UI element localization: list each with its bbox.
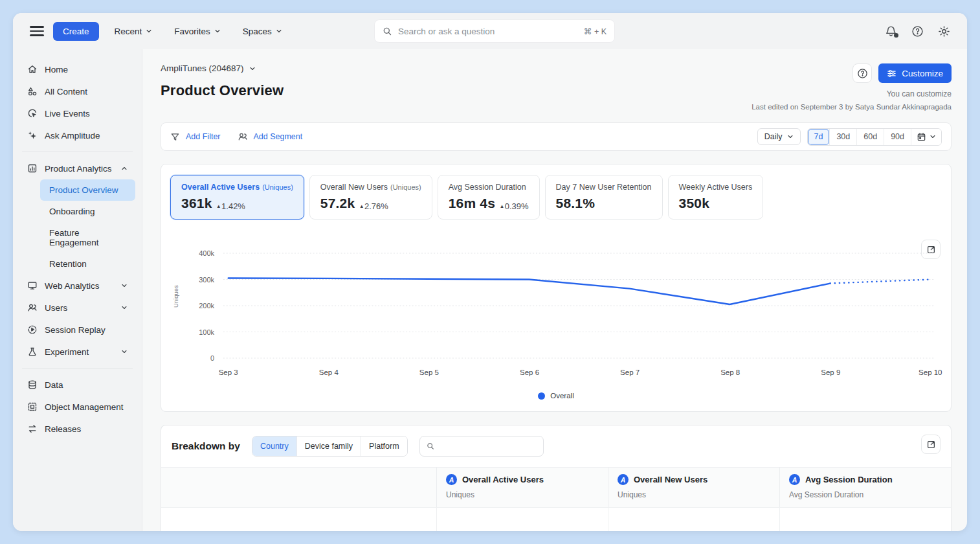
granularity-select[interactable]: Daily xyxy=(757,128,801,145)
breakdown-table: AOverall Active Users Uniques AOverall N… xyxy=(161,467,951,531)
tab-device-family[interactable]: Device family xyxy=(296,436,361,456)
sidebar: Home All Content Live Events Ask Amplitu… xyxy=(13,49,142,531)
sliders-icon xyxy=(887,69,896,78)
line-chart: Uniques 400k 300k 200k 100k 0 Sep 3 Sep … xyxy=(192,248,935,383)
column-overall-active-users[interactable]: AOverall Active Users Uniques xyxy=(436,468,608,507)
range-7d-button[interactable]: 7d xyxy=(808,129,830,145)
bar-chart-icon xyxy=(27,163,38,174)
column-avg-session-duration[interactable]: AAvg Session Duration Avg Session Durati… xyxy=(779,468,951,507)
breakdown-tabs: Country Device family Platform xyxy=(252,436,408,457)
search-icon xyxy=(427,442,434,451)
metric-card-weekly-active-users[interactable]: Weekly Active Users 350k xyxy=(668,175,764,220)
sidebar-item-object-management[interactable]: Object Management xyxy=(19,396,135,418)
metric-value: 361k xyxy=(181,196,212,211)
chart-plot-area[interactable] xyxy=(223,248,935,365)
range-60d-button[interactable]: 60d xyxy=(856,129,884,145)
chart-svg xyxy=(223,248,935,365)
sidebar-item-label: Product Analytics xyxy=(45,164,112,174)
add-segment-button[interactable]: Add Segment xyxy=(238,131,303,142)
calendar-button[interactable] xyxy=(911,129,941,145)
spaces-menu[interactable]: Spaces xyxy=(236,21,289,41)
sidebar-item-label: Data xyxy=(45,380,63,390)
sidebar-item-label: Web Analytics xyxy=(45,281,100,291)
tab-platform[interactable]: Platform xyxy=(361,436,407,456)
sidebar-item-label: All Content xyxy=(45,87,87,96)
sidebar-item-onboarding[interactable]: Onboarding xyxy=(40,201,135,222)
range-90d-button[interactable]: 90d xyxy=(884,129,911,145)
column-overall-new-users[interactable]: AOverall New Users Uniques xyxy=(608,468,779,507)
global-search[interactable]: ⌘ + K xyxy=(374,19,615,43)
add-filter-button[interactable]: Add Filter xyxy=(170,132,221,142)
column-subtitle: Uniques xyxy=(446,490,599,499)
metric-card-overall-new-users[interactable]: Overall New Users(Uniques) 57.2k ▴2.76% xyxy=(309,175,432,220)
metric-value: 57.2k xyxy=(320,196,355,211)
project-selector[interactable]: AmpliTunes (204687) xyxy=(161,63,284,73)
breakdown-search[interactable] xyxy=(419,436,544,457)
range-30d-button[interactable]: 30d xyxy=(829,129,856,145)
page-title: Product Overview xyxy=(161,82,284,99)
date-range-group: 7d 30d 60d 90d xyxy=(807,128,942,146)
sidebar-item-releases[interactable]: Releases xyxy=(19,418,135,440)
chevron-down-icon xyxy=(121,348,128,355)
sidebar-item-label: Ask Amplitude xyxy=(45,131,100,141)
customize-note: You can customize xyxy=(752,89,952,98)
breakdown-card: Breakdown by Country Device family Platf… xyxy=(161,425,952,531)
sidebar-item-experiment[interactable]: Experiment xyxy=(19,341,135,363)
monitor-icon xyxy=(27,280,38,291)
help-icon xyxy=(857,68,868,79)
calendar-icon xyxy=(917,132,926,142)
breakdown-search-input[interactable] xyxy=(440,442,537,451)
sidebar-item-label: Object Management xyxy=(45,402,124,412)
sidebar-item-data[interactable]: Data xyxy=(19,374,135,396)
breakdown-table-header: AOverall Active Users Uniques AOverall N… xyxy=(161,468,951,507)
favorites-menu-label: Favorites xyxy=(174,27,210,36)
app-window: Create Recent Favorites Spaces ⌘ + K xyxy=(13,13,967,531)
sidebar-item-web-analytics[interactable]: Web Analytics xyxy=(19,275,135,297)
metric-label: Avg Session Duration xyxy=(449,183,526,192)
tab-country[interactable]: Country xyxy=(252,436,296,456)
delta-up-icon: ▴ xyxy=(217,203,221,209)
open-breakdown-button[interactable] xyxy=(921,435,941,454)
metric-label: Day 7 New User Retention xyxy=(556,183,652,192)
sidebar-item-product-overview[interactable]: Product Overview xyxy=(40,179,135,201)
sidebar-item-session-replay[interactable]: Session Replay xyxy=(19,319,135,341)
play-circle-icon xyxy=(27,324,38,335)
table-row[interactable] xyxy=(161,507,951,531)
sidebar-item-product-analytics[interactable]: Product Analytics xyxy=(19,157,135,179)
chart-legend[interactable]: Overall xyxy=(170,392,942,400)
sidebar-item-label: Users xyxy=(45,303,67,313)
recent-menu[interactable]: Recent xyxy=(108,21,159,41)
search-input[interactable] xyxy=(398,27,578,36)
sidebar-item-label: Live Events xyxy=(45,109,90,119)
customize-button[interactable]: Customize xyxy=(878,63,952,83)
settings-button[interactable] xyxy=(938,25,950,38)
legend-dot xyxy=(538,392,545,400)
dashboard-help-button[interactable] xyxy=(852,63,872,83)
metric-card-day7-retention[interactable]: Day 7 New User Retention 58.1% xyxy=(545,175,663,220)
sidebar-item-label: Releases xyxy=(45,424,81,434)
create-button[interactable]: Create xyxy=(53,22,99,41)
metric-a-icon: A xyxy=(789,474,800,485)
sidebar-item-retention[interactable]: Retention xyxy=(40,253,135,275)
metric-card-overall-active-users[interactable]: Overall Active Users(Uniques) 361k ▴1.42… xyxy=(170,175,304,220)
search-shortcut: ⌘ + K xyxy=(584,27,607,36)
sidebar-item-users[interactable]: Users xyxy=(19,297,135,319)
sidebar-item-all-content[interactable]: All Content xyxy=(19,80,135,102)
notifications-button[interactable] xyxy=(885,25,897,38)
y-axis-ticks: 400k 300k 200k 100k 0 xyxy=(192,248,219,365)
spaces-menu-label: Spaces xyxy=(243,27,272,36)
sidebar-item-feature-engagement[interactable]: Feature Engagement xyxy=(40,222,135,253)
customize-label: Customize xyxy=(902,69,943,78)
sidebar-item-label: Feature Engagement xyxy=(49,228,128,247)
last-edited-note: Last edited on September 3 by Satya Sund… xyxy=(752,103,952,111)
sidebar-item-home[interactable]: Home xyxy=(19,58,135,80)
help-button[interactable] xyxy=(911,25,924,38)
metric-card-avg-session-duration[interactable]: Avg Session Duration 16m 4s ▴0.39% xyxy=(438,175,540,220)
favorites-menu[interactable]: Favorites xyxy=(168,21,227,41)
open-in-new-icon xyxy=(926,440,936,449)
metric-a-icon: A xyxy=(446,474,457,485)
top-navbar: Create Recent Favorites Spaces ⌘ + K xyxy=(13,13,967,49)
menu-icon[interactable] xyxy=(30,26,44,36)
sidebar-item-ask-amplitude[interactable]: Ask Amplitude xyxy=(19,124,135,146)
sidebar-item-live-events[interactable]: Live Events xyxy=(19,102,135,124)
